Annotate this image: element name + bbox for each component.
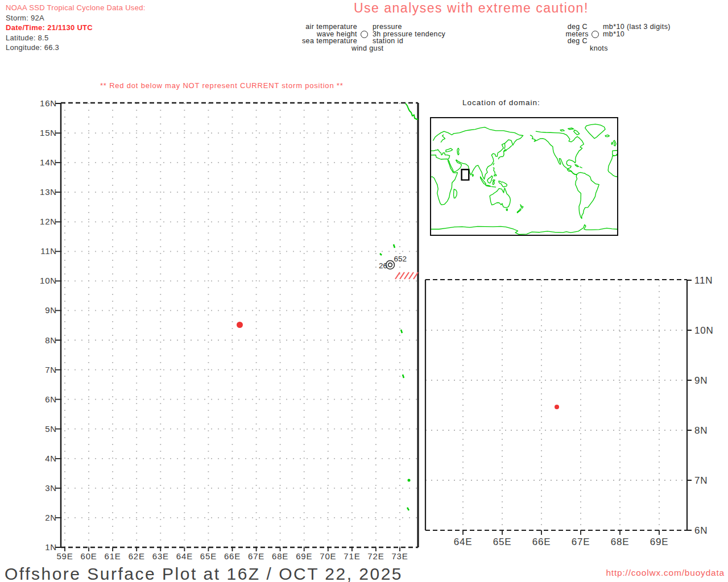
legend-air-temperature-label: air temperature bbox=[305, 23, 357, 31]
storm-position-dot bbox=[237, 322, 243, 328]
y-tick-label: 9N bbox=[45, 305, 57, 315]
storm-id-line: Storm: 92A bbox=[6, 13, 146, 23]
y-tick-label: 11N bbox=[40, 246, 57, 256]
inset-plot-y-tick-labels: 11N 10N 9N 8N 7N 6N bbox=[694, 275, 714, 536]
y-tick-label: 8N bbox=[694, 425, 708, 436]
legend-wind-gust-label: wind gust bbox=[351, 44, 383, 52]
island-marks bbox=[380, 244, 409, 510]
y-tick-label: 15N bbox=[40, 128, 57, 138]
x-tick-label: 73E bbox=[391, 551, 408, 561]
station-observation: 26 652 bbox=[379, 255, 418, 280]
y-tick-label: 5N bbox=[45, 424, 57, 434]
x-tick-label: 61E bbox=[105, 551, 121, 561]
station-id-value: 652 bbox=[394, 255, 407, 263]
caution-banner: Use analyses with extreme caution! bbox=[354, 1, 589, 16]
coastline-fragments bbox=[380, 103, 418, 510]
units-knots-label: knots bbox=[590, 44, 608, 52]
x-tick-label: 67E bbox=[248, 551, 264, 561]
y-tick-label: 11N bbox=[694, 275, 713, 286]
main-plot-vertical-gridlines bbox=[65, 103, 400, 547]
x-tick-label: 64E bbox=[176, 551, 193, 561]
station-hatch-marks bbox=[395, 272, 418, 279]
x-tick-label: 67E bbox=[572, 537, 590, 547]
x-tick-label: 68E bbox=[611, 537, 630, 547]
x-tick-label: 64E bbox=[454, 537, 473, 547]
y-tick-label: 9N bbox=[694, 375, 708, 386]
x-tick-label: 65E bbox=[493, 537, 512, 547]
x-tick-label: 68E bbox=[272, 551, 288, 561]
y-tick-label: 6N bbox=[45, 394, 57, 404]
x-tick-label: 59E bbox=[56, 551, 73, 561]
units-mb10-last3-label: mb*10 (last 3 digits) bbox=[603, 23, 671, 31]
units-deg-c-label: deg C bbox=[568, 23, 588, 31]
world-coastlines bbox=[431, 124, 617, 234]
x-tick-label: 63E bbox=[152, 551, 169, 561]
y-tick-label: 4N bbox=[45, 454, 57, 463]
x-tick-label: 62E bbox=[129, 551, 145, 561]
x-tick-label: 70E bbox=[320, 551, 336, 561]
source-url: http://coolwx.com/buoydata bbox=[606, 568, 725, 578]
y-tick-label: 10N bbox=[40, 276, 57, 285]
plot-title: Offshore Surface Plot at 16Z / OCT 22, 2… bbox=[5, 564, 403, 582]
y-tick-label: 7N bbox=[45, 365, 57, 375]
y-tick-label: 8N bbox=[45, 335, 57, 345]
latitude-line: Latitude: 8.5 bbox=[6, 33, 146, 43]
storm-position-warning: ** Red dot below may NOT represent CURRE… bbox=[100, 81, 344, 90]
x-tick-label: 69E bbox=[650, 537, 669, 547]
x-tick-label: 69E bbox=[296, 551, 312, 561]
x-tick-label: 71E bbox=[344, 551, 360, 561]
y-tick-label: 2N bbox=[45, 513, 57, 522]
y-tick-label: 14N bbox=[40, 157, 57, 167]
domain-box bbox=[462, 169, 469, 180]
y-tick-label: 13N bbox=[40, 187, 57, 197]
x-tick-label: 60E bbox=[81, 551, 97, 561]
x-tick-label: 66E bbox=[532, 537, 551, 547]
india-tip-coastline bbox=[406, 103, 418, 119]
inset-plot-vertical-gridlines bbox=[463, 280, 659, 530]
data-source-line: NOAA SSD Tropical Cyclone Data Used: bbox=[6, 3, 146, 13]
units-circle-icon bbox=[592, 31, 599, 38]
legend-sea-temperature-label: sea temperature bbox=[302, 37, 357, 45]
y-tick-label: 1N bbox=[45, 542, 57, 552]
y-tick-label: 10N bbox=[694, 325, 714, 336]
main-plot-x-tick-labels: 59E 60E 61E 62E 63E 64E 65E 66E 67E 68E … bbox=[56, 551, 408, 561]
y-tick-label: 7N bbox=[694, 475, 708, 486]
legend-pressure-label: pressure bbox=[373, 23, 402, 31]
y-tick-label: 16N bbox=[40, 98, 57, 108]
x-tick-label: 72E bbox=[367, 551, 384, 561]
longitude-line: Longitude: 66.3 bbox=[6, 43, 146, 53]
inset-plot-right-ticks bbox=[687, 280, 692, 530]
inset-plot: 64E 65E 66E 67E 68E 69E 11N 10N 9N 8N 7N… bbox=[425, 275, 714, 547]
main-plot-left-ticks bbox=[55, 103, 61, 547]
inset-plot-x-tick-labels: 64E 65E 66E 67E 68E 69E bbox=[454, 537, 669, 547]
y-tick-label: 12N bbox=[40, 217, 57, 226]
x-tick-label: 65E bbox=[200, 551, 217, 561]
domain-map-title: Location of domain: bbox=[462, 98, 540, 107]
main-plot: 16N 15N 14N 13N 12N 11N 10N 9N 8N 7N 6N … bbox=[40, 98, 418, 561]
station-left-value: 26 bbox=[379, 261, 387, 270]
island-dot bbox=[408, 479, 411, 482]
storm-position-dot-inset bbox=[555, 405, 559, 409]
main-plot-y-tick-labels: 16N 15N 14N 13N 12N 11N 10N 9N 8N 7N 6N … bbox=[40, 98, 57, 552]
domain-map bbox=[430, 117, 618, 236]
inset-plot-bottom-ticks bbox=[463, 530, 659, 535]
x-tick-label: 66E bbox=[224, 551, 241, 561]
legend-station-id-label: station id bbox=[373, 37, 403, 45]
y-tick-label: 3N bbox=[45, 483, 57, 493]
storm-info-block: NOAA SSD Tropical Cyclone Data Used: Sto… bbox=[6, 3, 146, 53]
station-inner-circle bbox=[388, 263, 392, 267]
units-mb10-label: mb*10 bbox=[603, 30, 624, 38]
y-tick-label: 6N bbox=[694, 525, 708, 536]
units-deg-c2-label: deg C bbox=[568, 37, 588, 45]
world-map-canvas bbox=[431, 118, 617, 235]
station-model-circle-icon bbox=[361, 31, 368, 38]
offshore-surface-plot-page: 16N 15N 14N 13N 12N 11N 10N 9N 8N 7N 6N … bbox=[0, 0, 728, 582]
datetime-line: Date/Time: 21/1130 UTC bbox=[6, 23, 146, 33]
